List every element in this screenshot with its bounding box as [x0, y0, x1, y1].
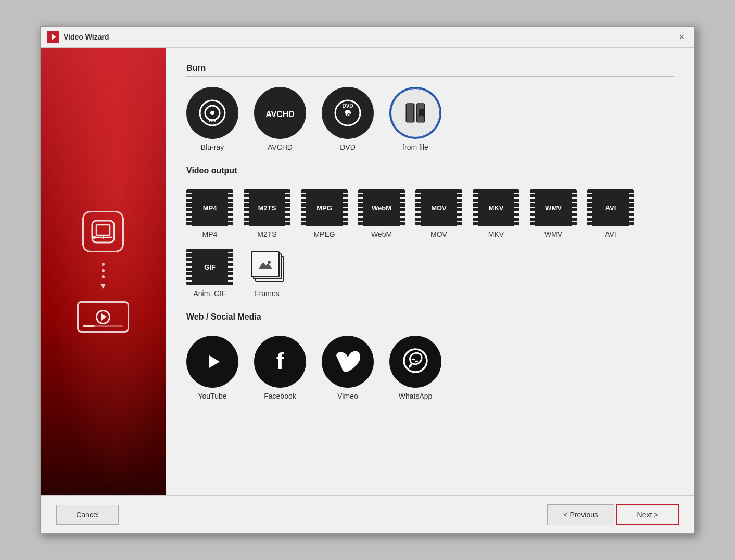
whatsapp-icon	[389, 336, 441, 388]
burn-item-avchd[interactable]: AVCHD AVCHD	[254, 87, 306, 151]
frames-icon	[244, 249, 290, 285]
social-items: YouTube f Facebook	[186, 336, 674, 400]
whatsapp-label: WhatsApp	[399, 392, 433, 400]
burn-item-dvd[interactable]: DVD DVD DVD	[322, 87, 374, 151]
video-output-header: Video output	[186, 166, 674, 175]
vimeo-label: Vimeo	[337, 392, 358, 400]
social-item-whatsapp[interactable]: WhatsApp	[389, 336, 441, 400]
down-arrow: ▼	[99, 282, 107, 291]
play-triangle	[101, 313, 107, 321]
previous-button[interactable]: < Previous	[547, 504, 614, 525]
dvd-icon: DVD DVD	[322, 87, 374, 139]
burn-item-bluray[interactable]: BD Blu-ray	[186, 87, 238, 151]
svg-point-9	[210, 111, 214, 115]
app-icon	[47, 31, 59, 43]
avchd-icon: AVCHD	[254, 87, 306, 139]
cancel-button[interactable]: Cancel	[56, 505, 119, 525]
nav-buttons: < Previous Next >	[547, 504, 679, 525]
webm-label: WebM	[371, 230, 392, 238]
m2ts-film-icon: M2TS	[244, 189, 290, 226]
burn-item-fromfile[interactable]: from file	[389, 87, 441, 151]
format-mpeg[interactable]: MPG MPEG	[301, 189, 348, 238]
mov-label: MOV	[430, 230, 447, 238]
svg-text:DVD: DVD	[342, 103, 353, 109]
mkv-label: MKV	[488, 230, 504, 238]
progress-bar	[83, 325, 123, 327]
burn-section: Burn BD Blu-ray	[186, 63, 674, 151]
mp4-label: MP4	[202, 230, 218, 238]
burn-divider	[186, 76, 674, 77]
format-avi[interactable]: AVI AVI	[587, 189, 634, 238]
format-mov[interactable]: MOV MOV	[415, 189, 462, 238]
facebook-label: Facebook	[264, 392, 296, 400]
mkv-text: MKV	[489, 204, 504, 212]
svg-point-5	[93, 236, 96, 239]
svg-point-23	[268, 261, 271, 264]
next-button[interactable]: Next >	[616, 504, 679, 525]
animgif-text: GIF	[204, 263, 216, 271]
m2ts-label: M2TS	[257, 230, 276, 238]
format-animgif[interactable]: GIF Anim. GIF	[186, 249, 233, 298]
close-button[interactable]: ×	[676, 31, 688, 43]
main-panel: Burn BD Blu-ray	[166, 48, 694, 495]
vimeo-icon	[322, 336, 374, 388]
fromfile-icon	[389, 87, 441, 139]
social-item-youtube[interactable]: YouTube	[186, 336, 238, 400]
social-item-facebook[interactable]: f Facebook	[254, 336, 306, 400]
mpeg-film-icon: MPG	[301, 189, 348, 226]
webm-film-icon: WebM	[358, 189, 405, 226]
video-output-divider	[186, 179, 674, 179]
mp4-film-icon: MP4	[186, 189, 233, 226]
format-m2ts[interactable]: M2TS M2TS	[244, 189, 290, 238]
svg-text:AVCHD: AVCHD	[265, 110, 295, 119]
format-webm[interactable]: WebM WebM	[358, 189, 405, 238]
social-section: Web / Social Media YouTube	[186, 312, 674, 400]
format-mkv[interactable]: MKV MKV	[473, 189, 519, 238]
youtube-label: YouTube	[198, 392, 226, 400]
sidebar-icons: ▼	[77, 211, 129, 333]
format-wmv[interactable]: WMV WMV	[530, 189, 577, 238]
video-format-grid: MP4 MP4 M2TS M2TS MPG	[186, 189, 674, 298]
burn-section-header: Burn	[186, 63, 674, 73]
mpeg-label: MPEG	[313, 230, 335, 238]
arrow-dots: ▼	[99, 263, 107, 291]
facebook-icon: f	[254, 336, 306, 388]
video-editor-icon	[89, 218, 117, 246]
main-window: Video Wizard ×	[40, 26, 695, 534]
avchd-label: AVCHD	[268, 143, 293, 151]
youtube-icon	[186, 336, 238, 388]
svg-rect-18	[407, 103, 413, 122]
animgif-film-icon: GIF	[186, 249, 233, 285]
sidebar-top-icon	[82, 211, 124, 252]
progress-fill	[83, 325, 95, 327]
frames-label: Frames	[255, 289, 279, 298]
format-frames[interactable]: Frames	[244, 249, 290, 298]
video-output-section: Video output MP4 MP4 M2TS	[186, 166, 674, 298]
format-mp4[interactable]: MP4 MP4	[186, 189, 233, 238]
svg-rect-3	[96, 225, 110, 235]
avi-label: AVI	[605, 230, 616, 238]
mp4-text: MP4	[203, 204, 217, 212]
title-bar-left: Video Wizard	[47, 31, 109, 43]
window-title: Video Wizard	[64, 33, 109, 41]
dot1	[102, 263, 105, 266]
svg-text:f: f	[276, 348, 284, 374]
title-bar: Video Wizard ×	[41, 27, 694, 48]
bluray-label: Blu-ray	[201, 143, 224, 151]
avi-text: AVI	[605, 204, 616, 212]
social-item-vimeo[interactable]: Vimeo	[322, 336, 374, 400]
animgif-label: Anim. GIF	[193, 289, 226, 298]
bluray-icon: BD	[186, 87, 238, 139]
play-button-icon	[96, 310, 110, 324]
svg-text:BD: BD	[209, 118, 216, 123]
social-divider	[186, 325, 674, 325]
m2ts-text: M2TS	[258, 204, 276, 212]
frames-stack	[249, 251, 285, 283]
content-area: ▼ Burn	[41, 48, 694, 495]
dot2	[102, 269, 105, 272]
svg-text:DVD: DVD	[344, 112, 352, 117]
sidebar: ▼	[41, 48, 166, 495]
webm-text: WebM	[372, 204, 391, 212]
avi-film-icon: AVI	[587, 189, 634, 226]
burn-items: BD Blu-ray AVCHD AVCHD	[186, 87, 674, 151]
